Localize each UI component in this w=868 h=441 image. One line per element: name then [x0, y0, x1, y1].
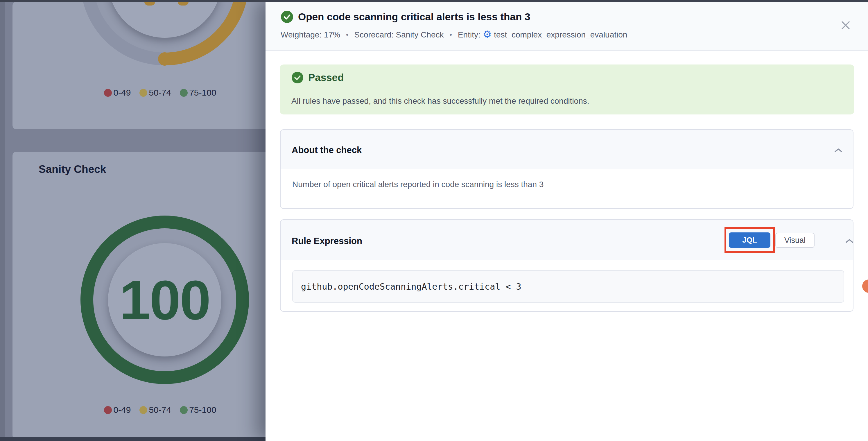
banner-status-description: All rules have passed, and this check ha… [291, 96, 589, 106]
dimmed-dashboard-background: 0-49 50-74 75-100 Sanity Check 100 [0, 0, 266, 441]
panel-subtitle-row: Weightage: 17% • Scorecard: Sanity Check… [281, 30, 627, 40]
about-card-title: About the check [292, 145, 362, 155]
legend-label: 75-100 [189, 405, 216, 415]
about-the-check-card: About the check Number of open critical … [280, 129, 854, 209]
weightage-text: Weightage: 17% [281, 30, 340, 39]
gauge-legend: 0-49 50-74 75-100 [12, 88, 266, 98]
entity-label: Entity: [458, 30, 480, 39]
left-edge-rail [0, 0, 5, 441]
legend-item: 0-49 [104, 405, 131, 415]
legend-label: 75-100 [189, 88, 216, 98]
coral-edge-marker [862, 280, 868, 293]
entity-name: test_complex_expression_evaluation [494, 30, 627, 39]
legend-dot-gold [140, 406, 147, 414]
chevron-up-icon[interactable] [830, 141, 847, 159]
legend-dot-green [180, 406, 188, 414]
screen: 0-49 50-74 75-100 Sanity Check 100 [0, 0, 868, 441]
rule-expression-card: Rule Expression JQL Visual github.openCo… [280, 219, 854, 312]
scorecard-text: Scorecard: Sanity Check [354, 30, 443, 39]
status-banner-passed: Passed All rules have passed, and this c… [280, 64, 854, 115]
rule-card-title: Rule Expression [292, 236, 362, 246]
check-detail-panel: Open code scanning critical alerts is le… [266, 0, 868, 441]
rule-expression-code: github.openCodeScanningAlerts.critical <… [301, 282, 521, 292]
panel-header: Open code scanning critical alerts is le… [266, 0, 868, 51]
visual-tab-button[interactable]: Visual [775, 233, 814, 248]
gear-icon: ⚙ [483, 29, 492, 39]
close-icon[interactable] [835, 15, 856, 35]
panel-title: Open code scanning critical alerts is le… [298, 11, 530, 23]
legend-dot-red [104, 89, 112, 97]
check-passed-icon [281, 10, 293, 23]
legend-item: 50-74 [140, 88, 171, 98]
legend-item: 75-100 [180, 88, 216, 98]
passed-check-icon [291, 71, 304, 84]
bottom-edge-strip [0, 437, 266, 441]
card-header-band [281, 130, 853, 169]
jql-annotation-highlight: JQL [724, 227, 775, 253]
legend-label: 0-49 [113, 405, 131, 415]
top-edge-strip [0, 0, 868, 2]
entity-chip[interactable]: Entity: ⚙ test_complex_expression_evalua… [458, 30, 627, 40]
separator-dot: • [450, 31, 452, 39]
gauge-arc-end-cap [158, 52, 172, 66]
separator-dot: • [346, 31, 348, 39]
legend-dot-green [180, 89, 188, 97]
sanity-score-value: 100 [119, 268, 210, 332]
legend-label: 50-74 [149, 405, 171, 415]
about-card-description: Number of open critical alerts reported … [292, 180, 544, 189]
gauge-legend: 0-49 50-74 75-100 [12, 405, 266, 415]
rule-expression-code-box: github.openCodeScanningAlerts.critical <… [292, 270, 844, 303]
legend-label: 0-49 [113, 88, 131, 98]
chevron-up-icon[interactable] [841, 232, 854, 250]
scorecard-gauge-card-partial: 0-49 50-74 75-100 [12, 2, 266, 129]
legend-dot-gold [140, 89, 147, 97]
banner-status-title: Passed [308, 72, 344, 83]
legend-item: 50-74 [140, 405, 171, 415]
legend-item: 75-100 [180, 405, 216, 415]
legend-label: 50-74 [149, 88, 171, 98]
sanity-check-gauge-card: Sanity Check 100 0-49 50-74 75-100 [12, 152, 266, 439]
legend-item: 0-49 [104, 88, 131, 98]
banner-title-row: Passed [291, 71, 344, 84]
sanity-card-title: Sanity Check [39, 163, 106, 176]
gauge-inner-circle: 100 [108, 243, 221, 356]
panel-title-row: Open code scanning critical alerts is le… [281, 10, 530, 23]
jql-tab-button[interactable]: JQL [729, 232, 770, 248]
legend-dot-red [104, 406, 112, 414]
